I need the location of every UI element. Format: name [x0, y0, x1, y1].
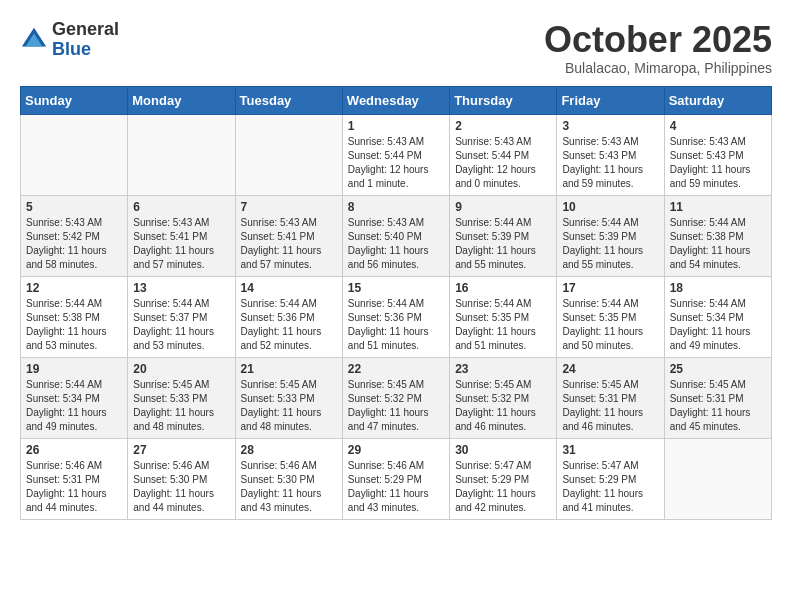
day-info: Sunrise: 5:45 AMSunset: 5:33 PMDaylight:… — [241, 378, 337, 434]
title-block: October 2025 Bulalacao, Mimaropa, Philip… — [544, 20, 772, 76]
calendar-cell: 28Sunrise: 5:46 AMSunset: 5:30 PMDayligh… — [235, 438, 342, 519]
calendar-header-tuesday: Tuesday — [235, 86, 342, 114]
day-info: Sunrise: 5:46 AMSunset: 5:31 PMDaylight:… — [26, 459, 122, 515]
calendar-header-row: SundayMondayTuesdayWednesdayThursdayFrid… — [21, 86, 772, 114]
day-info: Sunrise: 5:44 AMSunset: 5:34 PMDaylight:… — [26, 378, 122, 434]
logo-icon — [20, 26, 48, 54]
day-number: 13 — [133, 281, 229, 295]
day-number: 22 — [348, 362, 444, 376]
calendar-cell: 5Sunrise: 5:43 AMSunset: 5:42 PMDaylight… — [21, 195, 128, 276]
day-number: 25 — [670, 362, 766, 376]
day-number: 5 — [26, 200, 122, 214]
day-info: Sunrise: 5:45 AMSunset: 5:32 PMDaylight:… — [455, 378, 551, 434]
calendar-cell: 9Sunrise: 5:44 AMSunset: 5:39 PMDaylight… — [450, 195, 557, 276]
calendar-cell: 15Sunrise: 5:44 AMSunset: 5:36 PMDayligh… — [342, 276, 449, 357]
calendar-cell: 12Sunrise: 5:44 AMSunset: 5:38 PMDayligh… — [21, 276, 128, 357]
day-info: Sunrise: 5:44 AMSunset: 5:38 PMDaylight:… — [670, 216, 766, 272]
day-info: Sunrise: 5:46 AMSunset: 5:30 PMDaylight:… — [241, 459, 337, 515]
calendar-row-week-5: 26Sunrise: 5:46 AMSunset: 5:31 PMDayligh… — [21, 438, 772, 519]
day-info: Sunrise: 5:45 AMSunset: 5:32 PMDaylight:… — [348, 378, 444, 434]
day-info: Sunrise: 5:44 AMSunset: 5:38 PMDaylight:… — [26, 297, 122, 353]
day-number: 10 — [562, 200, 658, 214]
day-info: Sunrise: 5:43 AMSunset: 5:41 PMDaylight:… — [241, 216, 337, 272]
calendar-row-week-3: 12Sunrise: 5:44 AMSunset: 5:38 PMDayligh… — [21, 276, 772, 357]
calendar-row-week-1: 1Sunrise: 5:43 AMSunset: 5:44 PMDaylight… — [21, 114, 772, 195]
logo: General Blue — [20, 20, 119, 60]
day-info: Sunrise: 5:46 AMSunset: 5:29 PMDaylight:… — [348, 459, 444, 515]
day-number: 8 — [348, 200, 444, 214]
day-number: 26 — [26, 443, 122, 457]
day-number: 28 — [241, 443, 337, 457]
calendar-cell: 27Sunrise: 5:46 AMSunset: 5:30 PMDayligh… — [128, 438, 235, 519]
day-number: 31 — [562, 443, 658, 457]
calendar-cell: 6Sunrise: 5:43 AMSunset: 5:41 PMDaylight… — [128, 195, 235, 276]
day-info: Sunrise: 5:44 AMSunset: 5:39 PMDaylight:… — [455, 216, 551, 272]
page-header: General Blue October 2025 Bulalacao, Mim… — [20, 20, 772, 76]
logo-general: General — [52, 19, 119, 39]
day-info: Sunrise: 5:43 AMSunset: 5:42 PMDaylight:… — [26, 216, 122, 272]
calendar-cell: 24Sunrise: 5:45 AMSunset: 5:31 PMDayligh… — [557, 357, 664, 438]
day-number: 7 — [241, 200, 337, 214]
calendar-cell: 17Sunrise: 5:44 AMSunset: 5:35 PMDayligh… — [557, 276, 664, 357]
calendar-cell: 13Sunrise: 5:44 AMSunset: 5:37 PMDayligh… — [128, 276, 235, 357]
day-info: Sunrise: 5:44 AMSunset: 5:35 PMDaylight:… — [455, 297, 551, 353]
calendar-header-saturday: Saturday — [664, 86, 771, 114]
calendar-header-thursday: Thursday — [450, 86, 557, 114]
day-info: Sunrise: 5:44 AMSunset: 5:37 PMDaylight:… — [133, 297, 229, 353]
calendar-cell: 19Sunrise: 5:44 AMSunset: 5:34 PMDayligh… — [21, 357, 128, 438]
day-info: Sunrise: 5:47 AMSunset: 5:29 PMDaylight:… — [562, 459, 658, 515]
day-number: 2 — [455, 119, 551, 133]
calendar-cell — [235, 114, 342, 195]
day-info: Sunrise: 5:44 AMSunset: 5:36 PMDaylight:… — [348, 297, 444, 353]
day-number: 21 — [241, 362, 337, 376]
day-number: 1 — [348, 119, 444, 133]
day-info: Sunrise: 5:43 AMSunset: 5:43 PMDaylight:… — [562, 135, 658, 191]
month-title: October 2025 — [544, 20, 772, 60]
day-info: Sunrise: 5:44 AMSunset: 5:39 PMDaylight:… — [562, 216, 658, 272]
day-info: Sunrise: 5:45 AMSunset: 5:31 PMDaylight:… — [670, 378, 766, 434]
day-info: Sunrise: 5:43 AMSunset: 5:40 PMDaylight:… — [348, 216, 444, 272]
calendar-cell: 4Sunrise: 5:43 AMSunset: 5:43 PMDaylight… — [664, 114, 771, 195]
day-info: Sunrise: 5:44 AMSunset: 5:35 PMDaylight:… — [562, 297, 658, 353]
day-info: Sunrise: 5:43 AMSunset: 5:44 PMDaylight:… — [455, 135, 551, 191]
calendar-cell: 31Sunrise: 5:47 AMSunset: 5:29 PMDayligh… — [557, 438, 664, 519]
calendar-cell: 14Sunrise: 5:44 AMSunset: 5:36 PMDayligh… — [235, 276, 342, 357]
day-number: 4 — [670, 119, 766, 133]
calendar-cell: 30Sunrise: 5:47 AMSunset: 5:29 PMDayligh… — [450, 438, 557, 519]
calendar-row-week-2: 5Sunrise: 5:43 AMSunset: 5:42 PMDaylight… — [21, 195, 772, 276]
calendar-cell: 11Sunrise: 5:44 AMSunset: 5:38 PMDayligh… — [664, 195, 771, 276]
calendar-cell: 1Sunrise: 5:43 AMSunset: 5:44 PMDaylight… — [342, 114, 449, 195]
calendar-cell: 18Sunrise: 5:44 AMSunset: 5:34 PMDayligh… — [664, 276, 771, 357]
day-info: Sunrise: 5:44 AMSunset: 5:36 PMDaylight:… — [241, 297, 337, 353]
calendar-row-week-4: 19Sunrise: 5:44 AMSunset: 5:34 PMDayligh… — [21, 357, 772, 438]
calendar-cell: 22Sunrise: 5:45 AMSunset: 5:32 PMDayligh… — [342, 357, 449, 438]
calendar-cell: 7Sunrise: 5:43 AMSunset: 5:41 PMDaylight… — [235, 195, 342, 276]
calendar-cell: 20Sunrise: 5:45 AMSunset: 5:33 PMDayligh… — [128, 357, 235, 438]
calendar-header-wednesday: Wednesday — [342, 86, 449, 114]
day-number: 20 — [133, 362, 229, 376]
calendar-cell: 21Sunrise: 5:45 AMSunset: 5:33 PMDayligh… — [235, 357, 342, 438]
calendar-cell: 10Sunrise: 5:44 AMSunset: 5:39 PMDayligh… — [557, 195, 664, 276]
calendar-header-sunday: Sunday — [21, 86, 128, 114]
calendar-cell — [664, 438, 771, 519]
day-number: 12 — [26, 281, 122, 295]
day-info: Sunrise: 5:45 AMSunset: 5:31 PMDaylight:… — [562, 378, 658, 434]
calendar-cell: 3Sunrise: 5:43 AMSunset: 5:43 PMDaylight… — [557, 114, 664, 195]
day-number: 29 — [348, 443, 444, 457]
day-number: 15 — [348, 281, 444, 295]
day-number: 17 — [562, 281, 658, 295]
day-info: Sunrise: 5:44 AMSunset: 5:34 PMDaylight:… — [670, 297, 766, 353]
day-info: Sunrise: 5:43 AMSunset: 5:44 PMDaylight:… — [348, 135, 444, 191]
calendar-cell: 8Sunrise: 5:43 AMSunset: 5:40 PMDaylight… — [342, 195, 449, 276]
calendar-cell: 26Sunrise: 5:46 AMSunset: 5:31 PMDayligh… — [21, 438, 128, 519]
day-number: 24 — [562, 362, 658, 376]
location: Bulalacao, Mimaropa, Philippines — [544, 60, 772, 76]
day-number: 14 — [241, 281, 337, 295]
day-number: 11 — [670, 200, 766, 214]
day-number: 30 — [455, 443, 551, 457]
calendar-cell: 25Sunrise: 5:45 AMSunset: 5:31 PMDayligh… — [664, 357, 771, 438]
calendar-header-monday: Monday — [128, 86, 235, 114]
day-number: 3 — [562, 119, 658, 133]
calendar-cell: 2Sunrise: 5:43 AMSunset: 5:44 PMDaylight… — [450, 114, 557, 195]
day-info: Sunrise: 5:43 AMSunset: 5:41 PMDaylight:… — [133, 216, 229, 272]
